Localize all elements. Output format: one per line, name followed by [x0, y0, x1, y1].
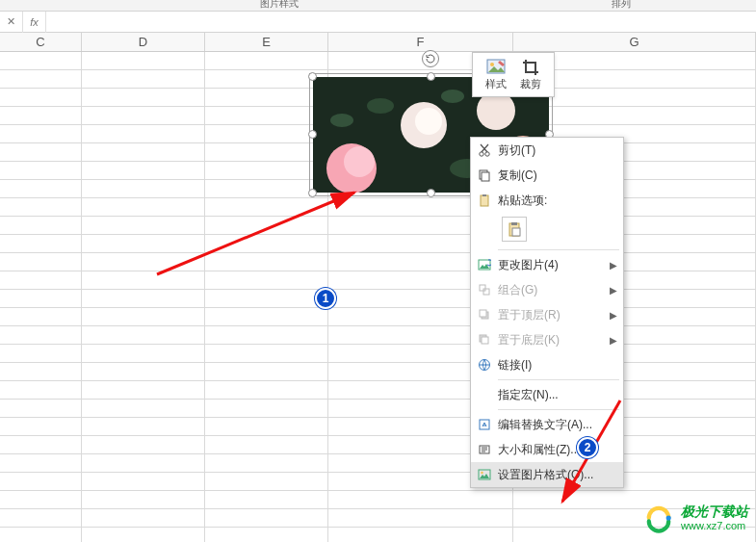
cell[interactable]	[0, 326, 82, 345]
cell[interactable]	[0, 180, 82, 198]
ctx-cut[interactable]: 剪切(T)	[471, 138, 623, 163]
cell[interactable]	[82, 180, 205, 198]
cell[interactable]	[205, 271, 328, 290]
cell[interactable]	[205, 143, 328, 162]
cell[interactable]	[328, 528, 513, 542]
cell[interactable]	[82, 235, 205, 253]
cell[interactable]	[0, 400, 82, 418]
ctx-assign-macro[interactable]: 指定宏(N)...	[471, 382, 623, 407]
grid-row[interactable]	[0, 235, 756, 253]
col-header-e[interactable]: E	[205, 33, 328, 51]
cell[interactable]	[0, 143, 82, 162]
grid-row[interactable]	[0, 308, 756, 326]
cell[interactable]	[82, 436, 205, 454]
cell[interactable]	[205, 509, 328, 528]
ctx-copy[interactable]: 复制(C)	[471, 163, 623, 188]
cell[interactable]	[82, 125, 205, 143]
cell[interactable]	[205, 107, 328, 125]
cell[interactable]	[82, 290, 205, 308]
cell[interactable]	[0, 89, 82, 107]
cell[interactable]	[0, 509, 82, 528]
cell[interactable]	[205, 290, 328, 308]
grid-row[interactable]	[0, 198, 756, 217]
ctx-format-picture[interactable]: 设置图片格式(O)...	[471, 462, 623, 487]
grid-row[interactable]	[0, 363, 756, 381]
cell[interactable]	[328, 509, 513, 528]
cell[interactable]	[82, 52, 205, 70]
picture-style-button[interactable]: 样式	[479, 56, 513, 93]
grid-row[interactable]	[0, 454, 756, 473]
cell[interactable]	[0, 381, 82, 400]
cell[interactable]	[0, 125, 82, 143]
cell[interactable]	[205, 89, 328, 107]
grid-row[interactable]	[0, 345, 756, 363]
cell[interactable]	[82, 89, 205, 107]
ctx-size-and-properties[interactable]: 大小和属性(Z)...	[471, 437, 623, 462]
cell[interactable]	[82, 345, 205, 363]
crop-button[interactable]: 裁剪	[513, 56, 548, 93]
cell[interactable]	[0, 436, 82, 454]
paste-option-picture[interactable]	[502, 217, 527, 242]
cell[interactable]	[82, 400, 205, 418]
ctx-change-picture[interactable]: 更改图片(4) ▶	[471, 252, 623, 277]
col-header-d[interactable]: D	[82, 33, 205, 51]
grid-row[interactable]	[0, 290, 756, 308]
cell[interactable]	[205, 253, 328, 271]
grid-row[interactable]	[0, 473, 756, 491]
cell[interactable]	[0, 363, 82, 381]
col-header-f[interactable]: F	[328, 33, 513, 51]
cell[interactable]	[82, 253, 205, 271]
cell[interactable]	[82, 198, 205, 217]
cell[interactable]	[82, 491, 205, 509]
cell[interactable]	[0, 454, 82, 473]
resize-handle-t[interactable]	[427, 72, 435, 81]
grid-row[interactable]	[0, 418, 756, 436]
cell[interactable]	[205, 454, 328, 473]
cell[interactable]	[82, 217, 205, 235]
cell[interactable]	[205, 308, 328, 326]
grid-row[interactable]	[0, 326, 756, 345]
cell[interactable]	[205, 400, 328, 418]
cell[interactable]	[0, 528, 82, 542]
cell[interactable]	[82, 381, 205, 400]
cell[interactable]	[205, 473, 328, 491]
cell[interactable]	[82, 107, 205, 125]
cell[interactable]	[82, 162, 205, 180]
cell[interactable]	[0, 235, 82, 253]
cell[interactable]	[205, 326, 328, 345]
cell[interactable]	[82, 271, 205, 290]
cell[interactable]	[205, 491, 328, 509]
cell[interactable]	[0, 345, 82, 363]
cell[interactable]	[0, 253, 82, 271]
grid-row[interactable]	[0, 381, 756, 400]
resize-handle-bl[interactable]	[308, 189, 317, 197]
cell[interactable]	[82, 528, 205, 542]
cell[interactable]	[0, 198, 82, 217]
formula-cancel-button[interactable]: ✕	[0, 12, 23, 33]
fx-button[interactable]: fx	[23, 12, 46, 33]
cell[interactable]	[205, 345, 328, 363]
col-header-c[interactable]: C	[0, 33, 82, 51]
cell[interactable]	[205, 528, 328, 542]
cell[interactable]	[82, 70, 205, 89]
cell[interactable]	[205, 162, 328, 180]
cell[interactable]	[0, 52, 82, 70]
cell[interactable]	[82, 509, 205, 528]
cell[interactable]	[82, 326, 205, 345]
grid-row[interactable]	[0, 217, 756, 235]
cell[interactable]	[82, 418, 205, 436]
grid-row[interactable]	[0, 436, 756, 454]
cell[interactable]	[205, 381, 328, 400]
cell[interactable]	[0, 70, 82, 89]
grid-row[interactable]	[0, 253, 756, 271]
cell[interactable]	[0, 491, 82, 509]
cell[interactable]	[82, 454, 205, 473]
cell[interactable]	[0, 271, 82, 290]
cell[interactable]	[205, 217, 328, 235]
cell[interactable]	[82, 473, 205, 491]
cell[interactable]	[0, 418, 82, 436]
cell[interactable]	[205, 436, 328, 454]
cell[interactable]	[82, 308, 205, 326]
cell[interactable]	[205, 363, 328, 381]
cell[interactable]	[328, 491, 513, 509]
